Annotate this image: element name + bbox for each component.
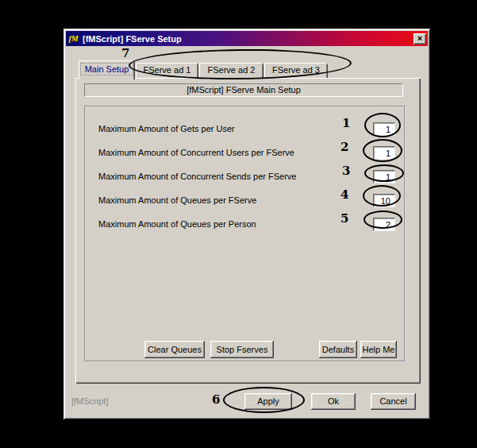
annotation-digit-5: 5 bbox=[340, 211, 348, 226]
annotation-ellipse-field-1 bbox=[364, 113, 401, 137]
ok-button[interactable]: Ok bbox=[311, 393, 356, 410]
annotation-ellipse-field-5 bbox=[364, 210, 402, 229]
window-title: [fMScript] FServe Setup bbox=[83, 34, 414, 44]
annotation-digit-6: 6 bbox=[212, 392, 220, 407]
tab-main-setup-label: Main Setup bbox=[80, 63, 133, 75]
queues-per-person-label: Maximum Amount of Queues per Person bbox=[98, 218, 256, 230]
annotation-ellipse-field-4 bbox=[363, 185, 401, 207]
annotation-digit-2: 2 bbox=[340, 140, 348, 154]
tab-main-setup[interactable]: Main Setup bbox=[79, 60, 135, 79]
concurrent-users-label: Maximum Amount of Concurrent Users per F… bbox=[98, 146, 294, 159]
cancel-button[interactable]: Cancel bbox=[371, 393, 416, 410]
settings-group: Maximum Amount of Gets per User Maximum … bbox=[84, 106, 406, 362]
annotation-ellipse-field-3 bbox=[364, 164, 404, 182]
help-me-button[interactable]: Help Me bbox=[360, 341, 397, 358]
annotation-digit-4: 4 bbox=[340, 187, 348, 202]
stop-fserves-button[interactable]: Stop Fserves bbox=[210, 341, 274, 358]
concurrent-sends-label: Maximum Amount of Concurrent Sends per F… bbox=[98, 170, 296, 183]
gets-per-user-label: Maximum Amount of Gets per User bbox=[98, 122, 235, 135]
defaults-button[interactable]: Defaults bbox=[319, 341, 357, 358]
fmscript-status-label: [fMScript] bbox=[71, 396, 108, 406]
annotation-ellipse-apply bbox=[223, 387, 305, 413]
page-title: [fMScript] FServe Main Setup bbox=[84, 83, 403, 97]
queues-per-fserve-label: Maximum Amount of Queues per FServe bbox=[98, 194, 256, 207]
title-bar[interactable]: fM [fMScript] FServe Setup × bbox=[66, 31, 428, 46]
clear-queues-button[interactable]: Clear Queues bbox=[144, 341, 205, 358]
screen-background: { "window": { "title": "[fMScript] FServ… bbox=[0, 0, 477, 448]
app-icon: fM bbox=[67, 33, 79, 44]
close-icon[interactable]: × bbox=[414, 33, 426, 44]
annotation-digit-7: 7 bbox=[121, 46, 129, 60]
annotation-digit-1: 1 bbox=[342, 116, 350, 130]
annotation-ellipse-field-2 bbox=[363, 139, 402, 162]
annotation-digit-3: 3 bbox=[342, 164, 350, 178]
